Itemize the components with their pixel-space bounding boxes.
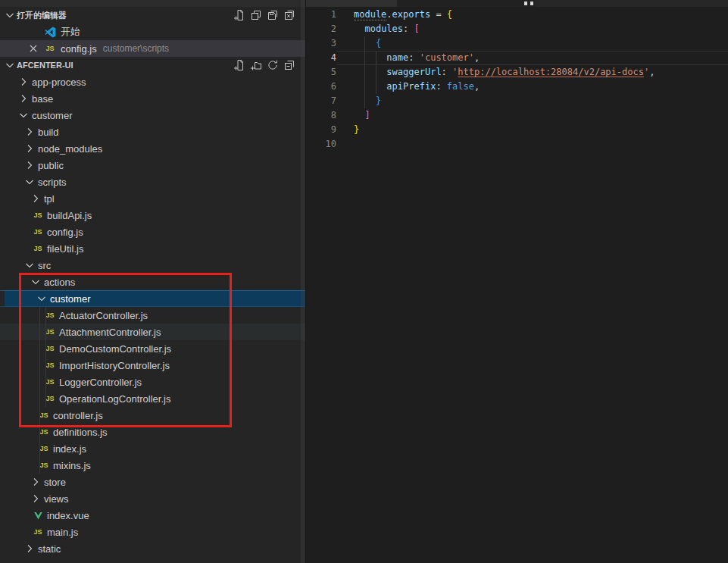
tab-fragment[interactable] [306, 0, 397, 7]
code-line[interactable]: 8 ] [306, 108, 728, 123]
open-editor-config.js[interactable]: JS config.js customer\scripts [0, 40, 305, 57]
chevron-down-icon[interactable] [35, 292, 48, 305]
code-line[interactable]: 1 module.exports = { [306, 8, 728, 22]
tree-item-partial[interactable]: JS [0, 557, 305, 563]
tree-item-actions[interactable]: actions [0, 274, 305, 290]
editor-layout-icon[interactable] [248, 7, 264, 23]
code-text: modules: [ [336, 22, 728, 36]
tree-item-AttachmentController.js[interactable]: JS AttachmentController.js [0, 324, 305, 340]
tree-item-LoggerController.js[interactable]: JS LoggerController.js [0, 374, 305, 390]
indent-guide [376, 80, 376, 94]
tree-item-public[interactable]: public [0, 157, 305, 174]
collapse-all-icon[interactable] [281, 57, 298, 74]
save-all-icon[interactable] [264, 7, 281, 23]
tree-item-customer[interactable]: customer [0, 107, 305, 124]
js-file-icon: JS [32, 226, 44, 238]
tree-item-base[interactable]: base [0, 90, 305, 107]
tree-item-OperationLogController.js[interactable]: JS OperationLogController.js [0, 390, 305, 407]
code-text: { [336, 36, 728, 51]
open-editors-section: 打开的编辑器 开始 JS config.js customer\scripts [0, 7, 305, 57]
close-icon[interactable] [27, 26, 39, 38]
tree-item-index.js[interactable]: JS index.js [0, 440, 305, 457]
chevron-down-icon[interactable] [17, 109, 30, 121]
tab-fragment[interactable] [397, 0, 535, 7]
tree-item-ActuatorController.js[interactable]: JS ActuatorController.js [0, 307, 305, 324]
chevron-down-icon[interactable] [23, 259, 36, 271]
tree-item-index.vue[interactable]: index.vue [0, 507, 305, 524]
chevron-right-icon[interactable] [23, 126, 36, 138]
tree-item-customer[interactable]: customer [0, 290, 305, 307]
refresh-icon[interactable] [264, 57, 281, 74]
chevron-right-icon[interactable] [23, 543, 36, 555]
tree-item-DemoCustomController.js[interactable]: JS DemoCustomController.js [0, 340, 305, 357]
line-number: 10 [306, 137, 336, 152]
chevron-right-icon[interactable] [23, 142, 36, 155]
tree-item-app-process[interactable]: app-process [0, 74, 305, 90]
new-folder-icon[interactable] [248, 57, 264, 74]
tree-item-views[interactable]: views [0, 490, 305, 507]
chevron-right-icon[interactable] [17, 92, 30, 105]
indent-guide [39, 407, 40, 424]
tree-item-node_modules[interactable]: node_modules [0, 140, 305, 157]
line-number: 6 [306, 80, 336, 94]
open-editor-开始[interactable]: 开始 [0, 23, 305, 40]
chevron-right-icon[interactable] [29, 192, 42, 205]
indent-guide [364, 80, 365, 94]
code-line[interactable]: 5 swaggerUrl: 'http://localhost:28084/v2… [306, 65, 728, 80]
code-line[interactable]: 4 name: 'customer', [306, 51, 728, 65]
code-text: apiPrefix: false, [336, 80, 728, 94]
code-text: } [336, 123, 728, 137]
tree-item-tpl[interactable]: tpl [0, 190, 305, 207]
close-icon[interactable] [27, 42, 39, 55]
code-line[interactable]: 6 apiPrefix: false, [306, 80, 728, 94]
indent-guide [45, 390, 46, 407]
tree-item-config.js[interactable]: JS config.js [0, 224, 305, 240]
tree-item-scripts[interactable]: scripts [0, 174, 305, 190]
code-line[interactable]: 7 } [306, 94, 728, 108]
chevron-right-icon[interactable] [29, 476, 42, 488]
tree-item-src[interactable]: src [0, 257, 305, 274]
indent-guide [376, 65, 376, 80]
chevron-down-icon[interactable] [23, 176, 36, 188]
line-number: 3 [306, 36, 336, 51]
code-line[interactable]: 2 modules: [ [306, 22, 728, 36]
chevron-right-icon[interactable] [23, 159, 36, 171]
code-text: } [336, 94, 728, 108]
explorer-header[interactable]: AFCENTER-UI [0, 57, 305, 74]
tree-item-main.js[interactable]: JS main.js [0, 524, 305, 540]
close-all-editors-icon[interactable] [281, 7, 298, 23]
code-line[interactable]: 9 } [306, 123, 728, 137]
code-line[interactable]: 3 { [306, 36, 728, 51]
tree-item-controller.js[interactable]: JS controller.js [0, 407, 305, 424]
tree-item-mixins.js[interactable]: JS mixins.js [0, 457, 305, 474]
indent-guide [45, 307, 46, 324]
indent-guide [45, 357, 46, 374]
chevron-down-icon[interactable] [29, 276, 42, 288]
new-file-icon[interactable] [231, 57, 248, 74]
new-untitled-file-icon[interactable] [231, 7, 248, 23]
code-line[interactable]: 10 [306, 137, 728, 152]
tree-item-static[interactable]: static [0, 540, 305, 557]
code-editor[interactable]: 1 module.exports = { 2 modules: [ 3 { 4 … [306, 7, 728, 152]
tab-fragment[interactable] [535, 0, 728, 7]
chevron-right-icon[interactable] [29, 493, 42, 505]
sidebar-scrollbar[interactable] [301, 0, 305, 563]
indent-guide [39, 357, 40, 374]
tree-item-buildApi.js[interactable]: JS buildApi.js [0, 207, 305, 224]
indent-guide [39, 457, 40, 474]
tree-item-fileUtil.js[interactable]: JS fileUtil.js [0, 240, 305, 257]
tab-strip [306, 0, 728, 7]
indent-guide [45, 374, 46, 390]
code-text: ] [336, 108, 728, 123]
js-file-icon: JS [32, 209, 44, 221]
indent-guide [39, 324, 40, 340]
chevron-right-icon[interactable] [17, 76, 30, 88]
tree-item-build[interactable]: build [0, 124, 305, 140]
line-number: 1 [306, 8, 336, 22]
open-editors-header[interactable]: 打开的编辑器 [0, 7, 305, 23]
tree-item-store[interactable]: store [0, 474, 305, 490]
tree-item-ImportHistoryController.js[interactable]: JS ImportHistoryController.js [0, 357, 305, 374]
tree-item-definitions.js[interactable]: JS definitions.js [0, 424, 305, 440]
line-number: 7 [306, 94, 336, 108]
code-text: module.exports = { [336, 8, 728, 22]
